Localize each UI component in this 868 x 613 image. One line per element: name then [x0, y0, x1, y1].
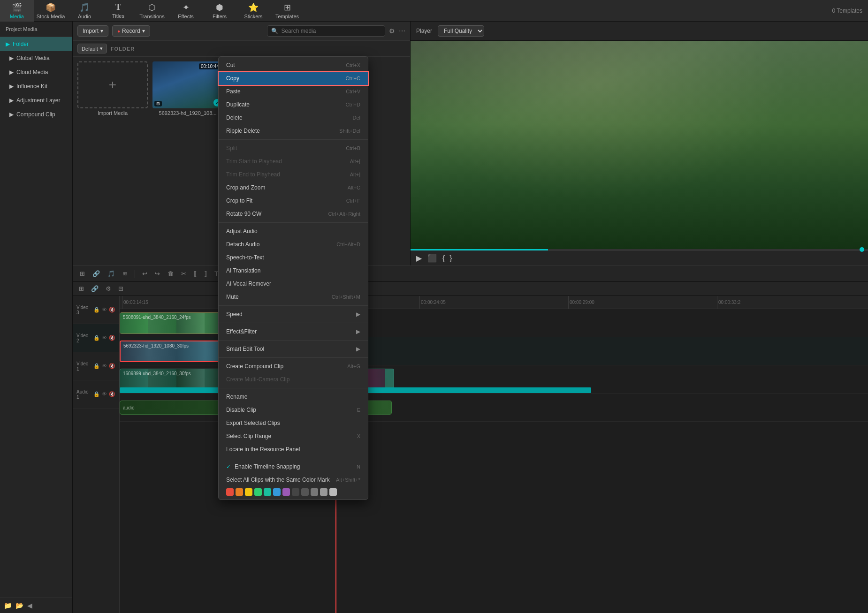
sidebar-item-cloud-media[interactable]: ▶ Cloud Media [0, 65, 72, 79]
swatch-light-gray[interactable] [320, 488, 327, 496]
toolbar-stock-media[interactable]: 📦 Stock Media [34, 0, 68, 22]
import-media-item[interactable]: + Import Media [77, 61, 148, 261]
track-eye-icon-3[interactable]: 👁 [102, 307, 107, 313]
track-mute-icon-1[interactable]: 🔇 [109, 363, 115, 369]
tl-delete-icon[interactable]: 🗑 [165, 269, 176, 279]
swatch-gray[interactable] [311, 488, 318, 496]
ctx-speech-to-text[interactable]: Speech-to-Text [219, 251, 368, 264]
filter-icon[interactable]: ⚙ [389, 27, 395, 35]
ctx-crop-zoom[interactable]: Crop and Zoom Alt+C [219, 181, 368, 194]
more-options-icon[interactable]: ⋯ [399, 27, 405, 35]
collapse-icon[interactable]: ◀ [27, 602, 32, 609]
track-lock-icon-3[interactable]: 🔒 [93, 307, 100, 313]
tl-cut-icon[interactable]: ✂ [179, 269, 189, 279]
ctx-rotate[interactable]: Rotate 90 CW Ctrl+Alt+Right [219, 207, 368, 220]
toolbar-transitions[interactable]: ⬡ Transitions [135, 0, 169, 22]
track-add-video-icon[interactable]: ⊞ [76, 284, 86, 294]
ctx-delete[interactable]: Delete Del [219, 111, 368, 124]
media-clip-1[interactable]: 00:10:44 ⊞ ✓ 5692323-hd_1920_108... [152, 61, 223, 261]
track-lock-icon-2[interactable]: 🔒 [93, 335, 100, 341]
swatch-purple[interactable] [282, 488, 290, 496]
ctx-export-selected[interactable]: Export Selected Clips [219, 416, 368, 430]
track-settings-icon[interactable]: ⚙ [103, 284, 114, 294]
search-input[interactable] [281, 28, 381, 34]
new-media-icon[interactable]: 📂 [15, 602, 23, 609]
play-button[interactable]: ▶ [416, 254, 422, 263]
toolbar-templates[interactable]: ⊞ Templates [270, 0, 304, 22]
tl-audio-icon[interactable]: 🎵 [105, 269, 117, 279]
tl-undo-icon[interactable]: ↩ [140, 269, 150, 279]
track-mute-icon-a1[interactable]: 🔇 [109, 391, 115, 397]
swatch-teal[interactable] [264, 488, 271, 496]
toolbar-titles[interactable]: T Titles [101, 0, 135, 22]
ctx-ai-vocal[interactable]: AI Vocal Remover [219, 277, 368, 290]
ctx-copy[interactable]: Copy Ctrl+C [219, 72, 368, 85]
toolbar-media[interactable]: 🎬 Media [0, 0, 34, 22]
swatch-green[interactable] [254, 488, 262, 496]
swatch-red[interactable] [226, 488, 234, 496]
folder-arrow-icon: ▶ [6, 41, 10, 47]
preview-progress-bar-container[interactable] [411, 249, 868, 250]
sidebar-item-adjustment-layer[interactable]: ▶ Adjustment Layer [0, 93, 72, 107]
tl-snap-icon[interactable]: ⊞ [77, 269, 87, 279]
track-eye-icon-a1[interactable]: 👁 [102, 391, 107, 397]
ctx-locate-resource[interactable]: Locate in the Resource Panel [219, 443, 368, 456]
quality-select[interactable]: Full Quality [438, 25, 484, 37]
ctx-select-same-color[interactable]: Select All Clips with the Same Color Mar… [219, 473, 368, 486]
default-dropdown[interactable]: Default ▾ [77, 44, 107, 53]
swatch-dark2[interactable] [301, 488, 309, 496]
ctx-mute[interactable]: Mute Ctrl+Shift+M [219, 290, 368, 303]
ctx-enable-snapping[interactable]: ✓ Enable Timeline Snapping N [219, 460, 368, 473]
track-mute-icon-2[interactable]: 🔇 [109, 335, 115, 341]
ctx-rename[interactable]: Rename [219, 390, 368, 403]
new-folder-icon[interactable]: 📁 [4, 602, 12, 609]
ctx-duplicate[interactable]: Duplicate Ctrl+D [219, 98, 368, 111]
fullscreen-icon[interactable]: { [442, 254, 445, 263]
ctx-select-range[interactable]: Select Clip Range X [219, 430, 368, 443]
track-lock-icon-1[interactable]: 🔒 [93, 363, 100, 369]
tl-trim-left-icon[interactable]: ⟧ [202, 269, 209, 279]
sidebar-item-global-media[interactable]: ▶ Global Media [0, 51, 72, 65]
ctx-detach-audio[interactable]: Detach Audio Ctrl+Alt+D [219, 238, 368, 251]
swatch-lighter-gray[interactable] [329, 488, 337, 496]
swatch-orange[interactable] [236, 488, 243, 496]
track-eye-icon-1[interactable]: 👁 [102, 363, 107, 369]
ctx-ai-translation[interactable]: AI Translation [219, 264, 368, 277]
import-button[interactable]: Import ▾ [77, 25, 108, 37]
track-mute-icon-3[interactable]: 🔇 [109, 307, 115, 313]
tl-wave-icon[interactable]: ≋ [120, 269, 130, 279]
ctx-adjust-audio[interactable]: Adjust Audio [219, 225, 368, 238]
ctx-effect-filter[interactable]: Effect&Filter ▶ [219, 325, 368, 338]
swatch-yellow[interactable] [245, 488, 252, 496]
sidebar-item-folder[interactable]: ▶ Folder [0, 37, 72, 51]
track-lock-icon-a1[interactable]: 🔒 [93, 391, 100, 397]
ctx-ripple-delete[interactable]: Ripple Delete Shift+Del [219, 124, 368, 137]
ctx-crop-fit[interactable]: Crop to Fit Ctrl+F [219, 194, 368, 207]
preview-controls: ▶ ⬛ { } [411, 250, 868, 265]
swatch-dark1[interactable] [292, 488, 299, 496]
ctx-cut[interactable]: Cut Ctrl+X [219, 59, 368, 72]
tl-redo-icon[interactable]: ↪ [152, 269, 162, 279]
ctx-paste[interactable]: Paste Ctrl+V [219, 85, 368, 98]
toolbar-effects[interactable]: ✦ Effects [169, 0, 203, 22]
progress-handle[interactable] [860, 247, 864, 252]
ctx-smart-edit[interactable]: Smart Edit Tool ▶ [219, 342, 368, 356]
toolbar-stickers[interactable]: ⭐ Stickers [236, 0, 270, 22]
ctx-speed[interactable]: Speed ▶ [219, 308, 368, 321]
stop-button[interactable]: ⬛ [427, 254, 437, 263]
tl-split-icon[interactable]: ⟦ [191, 269, 199, 279]
tl-link-icon[interactable]: 🔗 [90, 269, 102, 279]
track-collapse-icon[interactable]: ⊟ [116, 284, 126, 294]
toolbar-filters[interactable]: ⬢ Filters [203, 0, 236, 22]
track-eye-icon-2[interactable]: 👁 [102, 335, 107, 341]
toolbar-audio[interactable]: 🎵 Audio [68, 0, 101, 22]
record-button[interactable]: ● Record ▾ [112, 25, 150, 37]
swatch-blue[interactable] [273, 488, 281, 496]
ctx-create-compound[interactable]: Create Compound Clip Alt+G [219, 360, 368, 373]
import-media-thumb[interactable]: + [77, 61, 148, 108]
sidebar-item-compound-clip[interactable]: ▶ Compound Clip [0, 107, 72, 121]
ctx-disable-clip[interactable]: Disable Clip E [219, 403, 368, 416]
sidebar-item-influence-kit[interactable]: ▶ Influence Kit [0, 79, 72, 93]
track-add-audio-icon[interactable]: 🔗 [89, 284, 101, 294]
snap-icon[interactable]: } [449, 254, 452, 263]
